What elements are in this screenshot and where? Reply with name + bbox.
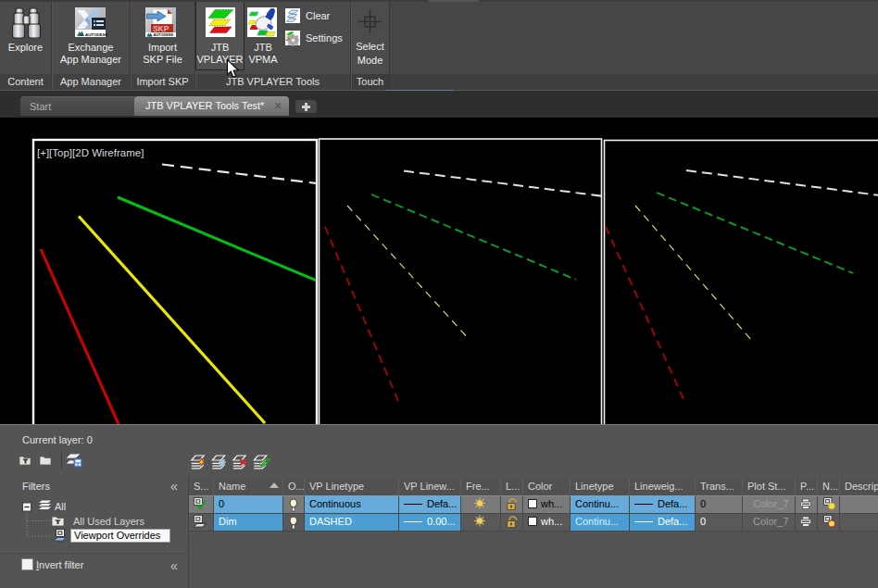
svg-text:[+][Top][2D Wireframe]: [+][Top][2D Wireframe] xyxy=(37,147,144,158)
svg-text:AUTODESK: AUTODESK xyxy=(85,32,108,37)
svg-text:AUTODESK: AUTODESK xyxy=(154,32,174,37)
svg-text:SKP: SKP xyxy=(153,24,169,33)
